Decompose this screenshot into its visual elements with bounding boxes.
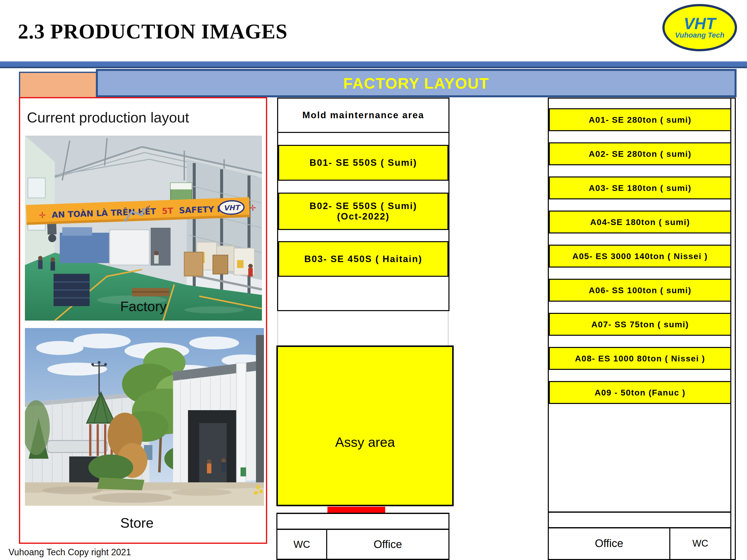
- factory-layout-banner: FACTORY LAYOUT: [96, 69, 737, 97]
- logo-name: Vuhoang Tech: [675, 31, 724, 39]
- mid-wc-cell: WC: [277, 530, 326, 559]
- machine-cell-a03: A03- SE 180ton ( sumi): [549, 177, 731, 199]
- mid-row-line: [276, 513, 449, 514]
- right-office-cell: Office: [549, 528, 669, 558]
- slide-canvas: 2.3 PRODUCTION IMAGES VHT Vuhoang Tech F…: [0, 0, 747, 560]
- store-photo: [25, 328, 264, 506]
- mid-office-cell: Office: [327, 530, 448, 559]
- mid-right-border: [448, 513, 449, 560]
- left-panel-title: Current production layout: [27, 109, 189, 126]
- factory-photo-label: Factory: [25, 298, 262, 314]
- factory-layout-title: FACTORY LAYOUT: [343, 74, 489, 92]
- crane-cross-icon: ✛: [249, 203, 256, 213]
- header-divider-bar: [0, 61, 747, 68]
- middle-layout-table: Mold mainternance area B01- SE 550S ( Su…: [277, 98, 449, 311]
- machine-cell-a04: A04-SE 180ton ( sumi): [549, 211, 731, 234]
- copyright-text: Vuhoang Tech Copy right 2021: [8, 547, 131, 558]
- factory-photo: ✛ AN TOÀN LÀ TRÊN HẾT 5T SAFETY FIRST ✛ …: [25, 136, 262, 321]
- page-title: 2.3 PRODUCTION IMAGES: [18, 20, 288, 44]
- red-marker-bar: [328, 507, 385, 513]
- crane-cross-icon: ✛: [39, 210, 46, 220]
- column-guide-right: [448, 311, 449, 346]
- machine-cell-a08: A08- ES 1000 80ton ( Nissei ): [549, 347, 731, 370]
- machine-cell-a05: A05- ES 3000 140ton ( Nissei ): [549, 245, 731, 268]
- machine-cell-a01: A01- SE 280ton ( sumi): [549, 108, 731, 131]
- mid-bottom-line: [276, 559, 449, 560]
- machine-cell-b01: B01- SE 550S ( Sumi): [278, 145, 448, 181]
- company-logo: VHT Vuhoang Tech: [662, 4, 737, 51]
- mold-maintenance-cell: Mold mainternance area: [278, 99, 448, 133]
- machine-cell-a02: A02- SE 280ton ( sumi): [549, 142, 731, 165]
- machine-cell-a06: A06- SS 100ton ( sumi): [549, 279, 731, 302]
- machine-cell-a09: A09 - 50ton (Fanuc ): [549, 381, 731, 404]
- right-row-line: [549, 511, 730, 513]
- column-guide-left: [277, 311, 278, 346]
- right-layout-table: A01- SE 280ton ( sumi) A02- SE 280ton ( …: [548, 98, 736, 560]
- machine-cell-a07: A07- SS 75ton ( sumi): [549, 313, 731, 336]
- crane-capacity: 5T: [162, 206, 173, 216]
- legend-orange-box: [19, 72, 97, 100]
- crane-logo: VHT: [223, 203, 241, 212]
- right-wc-cell: WC: [670, 528, 730, 558]
- assy-area-cell: Assy area: [276, 345, 454, 506]
- logo-acronym: VHT: [684, 16, 716, 31]
- store-photo-label: Store: [25, 515, 249, 531]
- machine-cell-b03: B03- SE 450S ( Haitain): [278, 241, 448, 277]
- machine-cell-b02: B02- SE 550S ( Sumi) (Oct-2022): [278, 193, 448, 230]
